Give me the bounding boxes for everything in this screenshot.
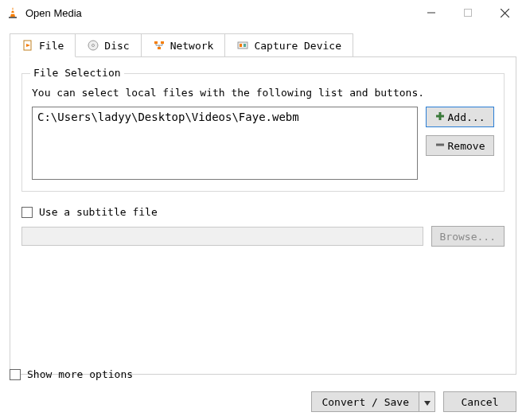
- window-title: Open Media: [25, 7, 413, 19]
- svg-rect-16: [240, 44, 242, 47]
- show-more-label[interactable]: Show more options: [27, 368, 133, 380]
- file-list[interactable]: C:\Users\ladyy\Desktop\Videos\Faye.webm: [32, 107, 418, 180]
- file-selection-description: You can select local files with the foll…: [32, 87, 494, 99]
- convert-save-button[interactable]: Convert / Save: [311, 391, 419, 412]
- cancel-button[interactable]: Cancel: [443, 391, 516, 412]
- svg-rect-13: [161, 41, 164, 44]
- remove-button[interactable]: Remove: [426, 135, 494, 156]
- file-icon: [21, 39, 34, 52]
- panel-file: File Selection You can select local file…: [10, 56, 516, 375]
- tab-file[interactable]: File: [10, 33, 76, 57]
- tab-capture[interactable]: Capture Device: [224, 33, 353, 57]
- svg-rect-12: [154, 41, 158, 44]
- tab-label: Capture Device: [254, 40, 341, 52]
- tab-label: Network: [170, 40, 214, 52]
- svg-marker-0: [10, 7, 15, 17]
- file-item[interactable]: C:\Users\ladyy\Desktop\Videos\Faye.webm: [37, 111, 412, 123]
- tabs: File Disc Network Capture Device: [10, 33, 516, 57]
- browse-label: Browse...: [440, 231, 496, 243]
- tab-disc[interactable]: Disc: [75, 33, 141, 57]
- svg-rect-15: [238, 42, 247, 49]
- subtitle-checkbox[interactable]: [21, 207, 33, 218]
- subtitle-path-input: [21, 227, 423, 246]
- remove-label: Remove: [448, 140, 485, 152]
- close-button[interactable]: [486, 1, 523, 25]
- network-icon: [153, 39, 166, 52]
- maximize-button[interactable]: [450, 1, 486, 25]
- bottom-bar: Show more options Convert / Save Cancel: [0, 362, 526, 420]
- group-legend: File Selection: [30, 67, 124, 79]
- tab-network[interactable]: Network: [141, 33, 226, 57]
- minus-icon: [435, 140, 445, 152]
- svg-rect-3: [9, 17, 17, 18]
- browse-button: Browse...: [431, 226, 505, 247]
- svg-rect-2: [10, 13, 15, 14]
- vlc-cone-icon: [6, 6, 19, 19]
- window-controls: [413, 1, 523, 25]
- subtitle-checkbox-label[interactable]: Use a subtitle file: [39, 206, 158, 218]
- svg-rect-14: [158, 47, 161, 49]
- disc-icon: [87, 39, 99, 52]
- show-more-row: Show more options: [10, 368, 516, 380]
- plus-icon: [435, 111, 445, 123]
- add-button[interactable]: Add...: [426, 107, 494, 127]
- cancel-label: Cancel: [462, 396, 499, 408]
- tab-label: File: [39, 40, 64, 52]
- show-more-checkbox[interactable]: [10, 369, 21, 380]
- svg-rect-1: [11, 10, 14, 11]
- svg-marker-21: [424, 401, 431, 406]
- tab-label: Disc: [104, 40, 129, 52]
- svg-rect-5: [465, 10, 472, 17]
- chevron-down-icon: [424, 396, 431, 408]
- minimize-button[interactable]: [413, 1, 450, 25]
- file-selection-group: File Selection You can select local file…: [21, 73, 505, 192]
- titlebar: Open Media: [0, 0, 526, 25]
- convert-save-splitbutton: Convert / Save: [311, 391, 435, 412]
- capture-icon: [236, 39, 249, 52]
- svg-rect-17: [244, 44, 246, 47]
- convert-save-dropdown[interactable]: [419, 391, 435, 412]
- convert-save-label: Convert / Save: [321, 396, 409, 408]
- add-label: Add...: [448, 111, 485, 123]
- svg-point-11: [92, 45, 95, 47]
- subtitle-checkbox-row: Use a subtitle file: [21, 206, 505, 218]
